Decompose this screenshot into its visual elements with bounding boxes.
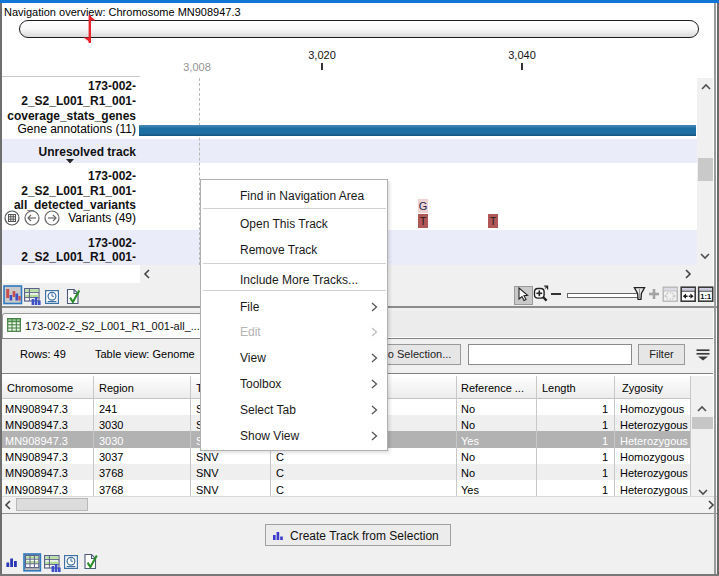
svg-text:1:1: 1:1 xyxy=(700,292,711,301)
